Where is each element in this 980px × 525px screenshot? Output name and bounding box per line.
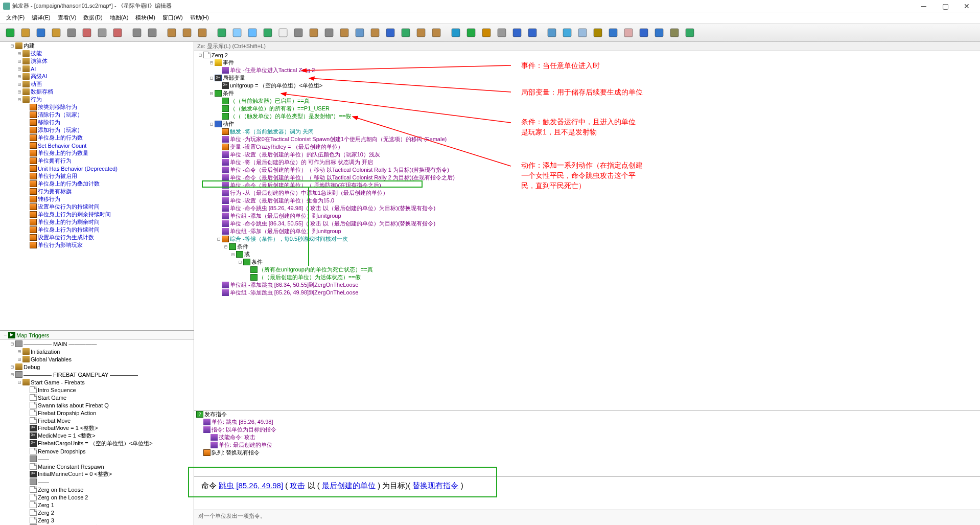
tree-row[interactable]: 按类别移除行为 <box>0 103 194 111</box>
tree-row[interactable]: 单位 -命令（最后创建的单位）（ 移动 以Tactical Colonist R… <box>194 166 980 174</box>
tree-row[interactable]: 单位组 -添加跳虫 [85.26, 49.98]到ZergOnTheLoose <box>194 289 980 296</box>
detail-row[interactable]: 队列: 替换现有指令 <box>194 449 980 456</box>
close-button[interactable]: ✕ <box>956 1 977 11</box>
tree-row[interactable]: 单位 -命令跳虫 [85.26, 49.98]（ 攻击 以（最后创建的单位）为目… <box>194 204 980 212</box>
toolbar-button-23[interactable] <box>322 26 336 40</box>
tree-row[interactable]: （（最后创建的单位）为活体状态）==假 <box>194 273 980 281</box>
tree-row[interactable]: 单位 -命令跳虫 [86.34, 50.55]（ 攻击 以（最后创建的单位）为目… <box>194 220 980 227</box>
toolbar-button-36[interactable] <box>510 26 524 40</box>
trigger-header[interactable]: ⊟Zerg 2 <box>194 51 980 59</box>
tree-row[interactable]: ⊟或 <box>194 250 980 258</box>
toolbar-button-22[interactable] <box>307 26 321 40</box>
tree-row[interactable]: X=FirebatMove = 1 <整数> <box>0 424 194 432</box>
tree-row[interactable]: Remove Dropships <box>0 447 194 455</box>
tree-row[interactable]: ⊞动画 <box>0 80 194 88</box>
toolbar-button-5[interactable] <box>80 26 94 40</box>
link-ability[interactable]: 攻击 <box>290 481 305 490</box>
toolbar-button-42[interactable] <box>591 26 605 40</box>
tree-row[interactable]: Unit Has Behavior (Deprecated) <box>0 165 194 172</box>
menu-item[interactable]: 编译(E) <box>29 13 54 22</box>
maximize-button[interactable]: ▢ <box>935 1 955 11</box>
tree-row[interactable]: 单位行为影响玩家 <box>0 241 194 249</box>
tree-row[interactable]: 转移行为 <box>0 195 194 203</box>
menu-item[interactable]: 文件(F) <box>3 13 28 22</box>
tree-row[interactable]: Zerg on the Loose <box>0 486 194 493</box>
toolbar-button-4[interactable] <box>64 26 79 40</box>
toolbar-button-13[interactable] <box>180 26 194 40</box>
tree-row[interactable]: ⊟行为 <box>0 96 194 103</box>
toolbar-button-27[interactable] <box>383 26 398 40</box>
toolbar-button-18[interactable] <box>245 26 260 40</box>
tree-row[interactable]: X=InitialMarineCount = 0 <整数> <box>0 470 194 478</box>
tree-row[interactable]: 单位身上行为的剩余持续时间 <box>0 211 194 218</box>
minimize-button[interactable]: ─ <box>914 1 934 11</box>
tree-row[interactable]: 单位 -设置（最后创建的单位）的队伍颜色为（玩家10）浅灰 <box>194 151 980 158</box>
tree-row[interactable]: 移除行为 <box>0 119 194 126</box>
tree-row[interactable]: Firebat Dropship Action <box>0 409 194 417</box>
toolbar-button-26[interactable] <box>368 26 382 40</box>
toolbar-button-29[interactable] <box>414 26 428 40</box>
tree-row[interactable]: ⊞Global Variables <box>0 355 194 363</box>
tree-row[interactable]: 单位身上行为的持续时间 <box>0 226 194 234</box>
tree-row[interactable]: 单位拥有行为 <box>0 157 194 165</box>
menu-item[interactable]: 模块(M) <box>132 13 158 22</box>
toolbar-button-47[interactable] <box>667 26 682 40</box>
tree-row[interactable]: Zerg 2 <box>0 509 194 516</box>
tree-row[interactable]: 单位身上的行为数量 <box>0 149 194 157</box>
toolbar-button-44[interactable] <box>621 26 636 40</box>
toolbar-button-37[interactable] <box>525 26 540 40</box>
tree-row[interactable]: 设置单位行为生成计数 <box>0 234 194 241</box>
tree-row[interactable]: 单位 -设置（最后创建的单位）生命为15.0 <box>194 197 980 204</box>
toolbar-button-35[interactable] <box>495 26 509 40</box>
toolbar-button-39[interactable] <box>545 26 559 40</box>
tree-row[interactable]: Swann talks about Firebat Q <box>0 401 194 409</box>
menu-item[interactable]: 查看(V) <box>55 13 80 22</box>
toolbar-button-19[interactable] <box>261 26 275 40</box>
menu-item[interactable]: 窗口(W) <box>159 13 186 22</box>
detail-row[interactable]: 指令: 以单位为目标的指令 <box>194 426 980 433</box>
toolbar-button-6[interactable] <box>95 26 109 40</box>
tree-row[interactable]: ⊞高级AI <box>0 73 194 80</box>
tree-row[interactable]: ⊞演算体 <box>0 57 194 65</box>
tree-row[interactable]: 触发 -将（当前触发器）调为 关闭 <box>194 128 980 135</box>
tree-row[interactable]: ⊟动作 <box>194 120 980 128</box>
tree-row[interactable]: （（当前触发器）已启用）==真 <box>194 97 980 105</box>
tree-row[interactable]: ⊞数据存档 <box>0 88 194 96</box>
tree-row[interactable]: ⊟内建 <box>0 42 194 50</box>
tree-row[interactable]: —— <box>0 455 194 463</box>
tree-row[interactable]: ⊞AI <box>0 65 194 73</box>
toolbar-button-1[interactable] <box>18 26 33 40</box>
tree-row[interactable]: ⊟————— FIREBAT GAMEPLAY ————— <box>0 371 194 378</box>
toolbar-button-45[interactable] <box>637 26 651 40</box>
tree-row[interactable]: 单位 -命令（最后创建的单位）（ 原地防御)(在现有指令之后) <box>194 181 980 189</box>
tree-row[interactable]: ⊞Initialization <box>0 348 194 355</box>
tree-row[interactable]: 单位 -将（最后创建的单位）的 可作为目标 状态调为 开启 <box>194 158 980 166</box>
toolbar-button-10[interactable] <box>145 26 159 40</box>
toolbar-button-12[interactable] <box>165 26 179 40</box>
toolbar-button-2[interactable] <box>34 26 48 40</box>
tree-row[interactable]: Zerg 1 <box>0 501 194 509</box>
tree-row[interactable]: 行为拥有标旗 <box>0 188 194 195</box>
tree-row[interactable]: 单位组 -添加（最后创建的单位）到unitgroup <box>194 227 980 235</box>
tree-row[interactable]: （所有在unitgroup内的单位为死亡状态）==真 <box>194 266 980 273</box>
link-target[interactable]: 最后创建的单位 <box>322 481 376 490</box>
toolbar-button-9[interactable] <box>130 26 144 40</box>
trigger-definition[interactable]: ⊟Zerg 2⊟事件单位 -任意单位进入Tactical Zerg 2⊟X=局部… <box>194 51 980 410</box>
toolbar-button-17[interactable] <box>230 26 244 40</box>
toolbar-button-48[interactable] <box>683 26 697 40</box>
tree-row[interactable]: （（触发单位）的所有者）==P1_USER <box>194 105 980 112</box>
tree-row[interactable]: 行为 -从（最后创建的单位）中添加1急速到（最后创建的单位） <box>194 189 980 197</box>
toolbar-button-34[interactable] <box>479 26 494 40</box>
tree-row[interactable]: 设置单位行为的持续时间 <box>0 203 194 211</box>
tree-row[interactable]: X=FirebatCargoUnits = （空的单位组）<单位组> <box>0 440 194 447</box>
detail-row[interactable]: 单位: 跳虫 [85.26, 49.98] <box>194 418 980 426</box>
tree-row[interactable]: ⊞Debug <box>0 363 194 371</box>
tree-row[interactable]: ⊟条件 <box>194 258 980 266</box>
tree-row[interactable]: ⊟X=局部变量 <box>194 74 980 82</box>
tree-row[interactable]: ⊟综合 -等候（条件），每0.5秒游戏时间核对一次 <box>194 235 980 243</box>
menu-item[interactable]: 帮助(H) <box>187 13 212 22</box>
tree-row[interactable]: Firebat Move <box>0 417 194 424</box>
tree-row[interactable]: 单位组 -添加（最后创建的单位）到unitgroup <box>194 212 980 220</box>
tree-row[interactable]: Start Game <box>0 394 194 401</box>
tree-row[interactable]: Zerg on the Loose 2 <box>0 493 194 501</box>
